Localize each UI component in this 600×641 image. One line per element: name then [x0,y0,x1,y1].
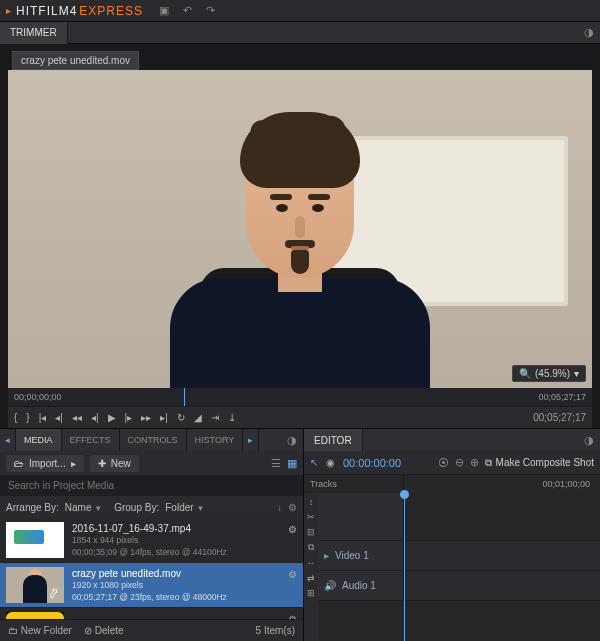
media-item[interactable]: 🤑Money Face Emoji.png512 x 512 pixels⚙ [0,608,303,619]
delete-button[interactable]: ⊘ Delete [84,625,124,636]
visibility-icon[interactable]: ▸ [324,550,329,561]
ruler-in-time: 00;00;00;00 [14,392,62,402]
panel-options-icon[interactable]: ◑ [584,26,594,39]
folder-icon: 🗁 [14,458,24,469]
trimmer-ruler[interactable]: 00;00;00;00 00;05;27;17 [8,388,592,406]
rate-tool-icon[interactable]: ⇄ [307,573,315,583]
chevron-down-icon: ▾ [574,368,579,379]
brand-2: EXPRESS [79,4,143,18]
goto-end-icon[interactable]: ▸| [160,412,168,423]
media-item-meta: 00;00;35;09 @ 14fps, stereo @ 44100Hz [72,547,297,558]
new-label: New [111,458,131,469]
play-back-icon[interactable]: ◂| [91,412,99,423]
ruler-out-time: 00;05;27;17 [538,392,586,402]
next-icon[interactable]: ⊕ [470,456,479,469]
mute-icon[interactable]: 🔊 [324,580,336,591]
redo-icon[interactable]: ↷ [206,4,215,17]
item-settings-icon[interactable]: ⚙ [288,569,297,580]
media-item-dims: 1920 x 1080 pixels [72,580,297,591]
grid-view-icon[interactable]: ▦ [287,457,297,470]
prev-icon[interactable]: ⊖ [455,456,464,469]
undo-icon[interactable]: ↶ [183,4,192,17]
item-count: 5 Item(s) [256,625,295,636]
panel-options-icon[interactable]: ◑ [584,434,594,447]
audio-track-1[interactable]: 🔊Audio 1 [318,571,600,601]
prev-frame-icon[interactable]: ◂| [55,412,63,423]
video-preview[interactable]: 🔍 (45.9%) ▾ [8,70,592,388]
clip-name-tab[interactable]: crazy pete unedited.mov [12,51,139,70]
next-frame-icon[interactable]: ▸▸ [141,412,151,423]
media-panel: ◂ MEDIA EFFECTS CONTROLS HISTORY ▸ ◑ 🗁 I… [0,429,304,641]
media-thumbnail [6,567,64,603]
composite-label: Make Composite Shot [496,457,594,468]
history-tab[interactable]: HISTORY [187,429,244,451]
media-item-name: crazy pete unedited.mov [72,567,297,580]
pointer-tool-icon[interactable]: ↖ [310,457,318,468]
arrange-dropdown[interactable]: Name ▼ [65,502,102,513]
loop-icon[interactable]: ↻ [177,412,185,423]
item-settings-icon[interactable]: ⚙ [288,614,297,619]
record-icon[interactable]: ◉ [326,457,335,468]
sort-dir-icon[interactable]: ↓ [277,502,282,513]
group-dropdown[interactable]: Folder ▼ [165,502,204,513]
video-track-1[interactable]: ▸Video 1 [318,541,600,571]
goto-start-icon[interactable]: ⦿ [438,457,449,469]
logo-arrow-icon: ▸ [6,5,11,16]
playhead[interactable] [400,490,409,499]
app-logo: ▸ HITFILM4 EXPRESS [6,4,143,18]
tab-prev-icon[interactable]: ◂ [0,429,16,451]
zoom-value: (45.9%) [535,368,570,379]
trimmer-panel: TRIMMER ◑ crazy pete unedited.mov [0,22,600,428]
transport-bar: { } |◂ ◂| ◂◂ ◂| ▶ |▸ ▸▸ ▸| ↻ ◢ ⇥ ⤓ 00;05… [8,406,592,428]
media-item-dims: 1854 x 944 pixels [72,535,297,546]
search-input[interactable] [0,475,303,496]
effects-tab[interactable]: EFFECTS [62,429,120,451]
new-button[interactable]: ✚ New [90,455,139,472]
overlay-icon[interactable]: ⤓ [228,412,236,423]
slice-tool-icon[interactable]: ✂ [307,512,315,522]
magnifier-icon: 🔍 [519,368,531,379]
media-item-name: 2016-11-07_16-49-37.mp4 [72,522,297,535]
select-tool-icon[interactable]: ↕ [309,497,314,507]
import-button[interactable]: 🗁 Import... ▸ [6,455,84,472]
volume-icon[interactable]: ◢ [194,412,202,423]
composite-icon: ⧉ [485,457,492,469]
editor-timecode[interactable]: 00:00:00:00 [343,457,401,469]
tracks-header: Tracks [304,475,404,493]
set-in-icon[interactable]: { [14,412,17,423]
timeline-tracks[interactable]: ▸Video 1 🔊Audio 1 [318,493,600,641]
media-tab[interactable]: MEDIA [16,429,62,451]
goto-start-icon[interactable]: |◂ [39,412,47,423]
slip-tool-icon[interactable]: ⊞ [307,588,315,598]
link-tool-icon[interactable]: ⧉ [308,542,314,553]
new-folder-button[interactable]: 🗀 New Folder [8,625,72,636]
insert-icon[interactable]: ⇥ [211,412,219,423]
set-out-icon[interactable]: } [26,412,29,423]
timeline-ruler[interactable]: 00;01;00;00 [404,475,600,493]
save-icon[interactable]: ▣ [159,4,169,17]
zoom-indicator[interactable]: 🔍 (45.9%) ▾ [512,365,586,382]
ripple-tool-icon[interactable]: ↔ [307,558,316,568]
editor-tab[interactable]: EDITOR [304,429,363,451]
group-label: Group By: [114,502,159,513]
trimmer-tab[interactable]: TRIMMER [0,22,68,44]
media-item[interactable]: crazy pete unedited.mov1920 x 1080 pixel… [0,563,303,608]
item-settings-icon[interactable]: ⚙ [288,524,297,535]
import-label: Import... [29,458,66,469]
filter-icon[interactable]: ⚙ [288,502,297,513]
track-label: Audio 1 [342,580,376,591]
duration-readout: 00;05;27;17 [533,412,586,423]
panel-options-icon[interactable]: ◑ [287,434,297,447]
media-item[interactable]: 2016-11-07_16-49-37.mp41854 x 944 pixels… [0,518,303,563]
step-fwd-icon[interactable]: |▸ [125,412,133,423]
play-icon[interactable]: ▶ [108,412,116,423]
step-back-icon[interactable]: ◂◂ [72,412,82,423]
media-thumbnail: 🤑 [6,612,64,619]
ruler-tick: 00;01;00;00 [542,479,590,489]
arrange-label: Arrange By: [6,502,59,513]
make-composite-button[interactable]: ⧉ Make Composite Shot [485,457,594,469]
controls-tab[interactable]: CONTROLS [120,429,187,451]
snap-tool-icon[interactable]: ⊟ [307,527,315,537]
tab-next-icon[interactable]: ▸ [243,429,259,451]
list-view-icon[interactable]: ☰ [271,457,281,470]
